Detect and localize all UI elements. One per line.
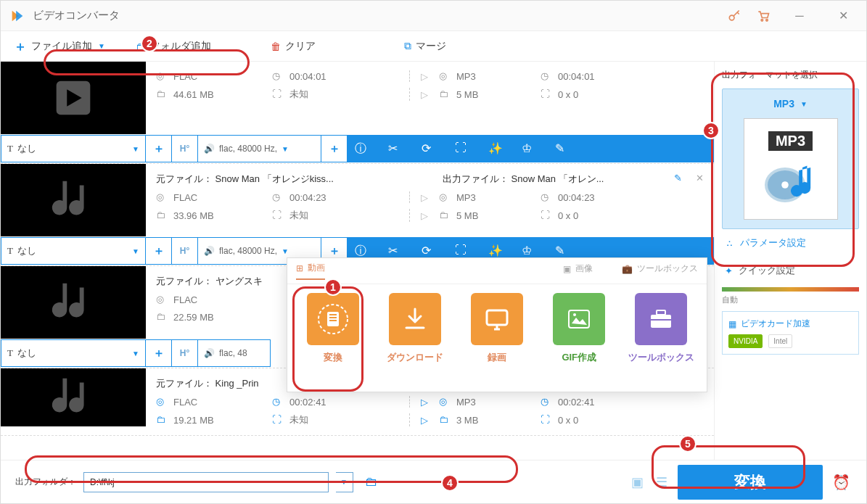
edit-icon[interactable]: ✎: [555, 141, 570, 156]
clock-icon: ◷: [541, 70, 552, 82]
out-filename: 出力ファイル： Snow Man 「オレン...: [443, 173, 646, 186]
thumbnail[interactable]: [1, 266, 146, 339]
remove-item-icon[interactable]: ✕: [682, 173, 704, 186]
subtitle-select[interactable]: Tなし▼: [1, 135, 146, 162]
info-icon[interactable]: ⓘ: [355, 141, 369, 156]
chevron-down-icon: ▼: [132, 145, 139, 153]
src-resolution: 未知: [289, 88, 308, 101]
add-subtitle-button[interactable]: ＋: [146, 237, 172, 265]
cut-icon[interactable]: ✂: [388, 141, 403, 156]
sliders-icon: ⛬: [725, 238, 734, 249]
quick-settings-link[interactable]: ✦ クイック設定: [722, 257, 859, 284]
src-codec: FLAC: [173, 397, 197, 408]
src-size: 44.61 MB: [173, 89, 214, 100]
close-button[interactable]: ✕: [829, 5, 858, 27]
subtitle-settings-button[interactable]: H°: [172, 339, 198, 367]
effects-icon[interactable]: ✨: [488, 141, 503, 156]
svg-point-2: [766, 19, 768, 21]
svg-point-0: [729, 15, 734, 20]
audio-track-select[interactable]: 🔊flac, 48: [198, 339, 271, 367]
popup-download-card[interactable]: ダウンロード: [378, 293, 451, 364]
subtitle-select[interactable]: Tなし▼: [1, 339, 146, 367]
popup-tab-toolbox[interactable]: 💼ツールボックス: [622, 263, 698, 279]
add-file-button[interactable]: ＋ ファイル追加 ▼: [9, 35, 110, 58]
side-panel: 出力フォーマットを選択 MP3▼ MP3 ⛬ パラメータ設定 ✦ クイック設定 …: [714, 62, 866, 460]
popup-tab-image[interactable]: ▣画像: [563, 263, 593, 279]
tab-label: 動画: [308, 262, 325, 274]
output-folder-dropdown[interactable]: ▼: [336, 472, 353, 492]
audio-label: flac, 48: [219, 348, 247, 358]
popup-tab-video[interactable]: ⊞動画: [296, 262, 325, 280]
cart-icon[interactable]: [756, 9, 771, 23]
list-item: ◎FLAC ◷00:04:01 ▷ ◎MP3 ◷00:04:01 🗀44.61 …: [1, 62, 714, 164]
chevron-down-icon[interactable]: ▼: [98, 42, 105, 50]
crop-icon[interactable]: ⛶: [455, 141, 469, 156]
watermark-icon[interactable]: ♔: [522, 141, 536, 156]
rotate-icon[interactable]: ⟳: [422, 244, 436, 258]
edit-icon[interactable]: ✎: [555, 244, 570, 258]
key-icon[interactable]: [727, 9, 741, 23]
dimensions-icon: ⛶: [272, 88, 284, 100]
minimize-button[interactable]: ─: [785, 5, 814, 27]
svg-rect-8: [329, 314, 337, 315]
subtitle-select[interactable]: Tなし▼: [1, 237, 146, 265]
out-resolution: 0 x 0: [558, 210, 578, 221]
svg-rect-9: [329, 317, 337, 318]
add-audio-button[interactable]: ＋: [321, 135, 348, 162]
cut-icon[interactable]: ✂: [388, 244, 403, 258]
svg-rect-10: [329, 320, 337, 321]
folder-icon: 🗀: [156, 210, 168, 221]
card-label: ツールボックス: [628, 351, 694, 364]
thumbnail[interactable]: [1, 368, 146, 426]
browse-folder-icon[interactable]: 🗀: [361, 474, 382, 489]
item-controls: Tなし▼ ＋ H° 🔊flac, 48000 Hz, ▼ ＋ ⓘ ✂ ⟳ ⛶ ✨…: [1, 134, 714, 163]
annotation-marker-2: 2: [141, 35, 158, 52]
dimensions-icon: ⛶: [541, 414, 552, 426]
rotate-icon[interactable]: ⟳: [422, 141, 436, 156]
record-icon: [471, 293, 523, 345]
merge-button[interactable]: ⧉ マージ: [400, 37, 451, 56]
edit-filename-icon[interactable]: ✎: [646, 173, 682, 186]
effects-icon[interactable]: ✨: [488, 244, 503, 258]
film-icon: ⊞: [296, 263, 303, 273]
format-selector[interactable]: MP3▼ MP3: [722, 88, 859, 229]
thumbnail[interactable]: [1, 164, 146, 236]
trash-icon: 🗑: [271, 41, 281, 52]
subtitle-settings-button[interactable]: H°: [172, 237, 198, 265]
info-icon[interactable]: ⓘ: [355, 244, 369, 258]
popup-convert-card[interactable]: 変換: [296, 293, 369, 364]
add-subtitle-button[interactable]: ＋: [146, 135, 172, 162]
crop-icon[interactable]: ⛶: [455, 244, 469, 258]
src-duration: 00:04:23: [289, 192, 326, 203]
convert-button[interactable]: 変換: [678, 465, 823, 500]
popup-record-card[interactable]: 録画: [460, 293, 533, 364]
card-label: 変換: [324, 351, 342, 364]
popup-gif-card[interactable]: GIF作成: [543, 293, 616, 364]
popup-toolbox-card[interactable]: ツールボックス: [625, 293, 698, 364]
toolbox-icon: [635, 293, 687, 345]
dimensions-icon: ⛶: [272, 210, 284, 221]
title-bar: ビデオコンバータ ─ ✕: [1, 1, 866, 31]
plus-icon: ✦: [725, 265, 733, 276]
schedule-icon[interactable]: ⏰: [830, 474, 852, 491]
subtitle-settings-button[interactable]: H°: [172, 135, 198, 162]
snapshot-icon[interactable]: ▣: [628, 474, 646, 490]
audio-track-select[interactable]: 🔊flac, 48000 Hz, ▼: [198, 135, 321, 162]
subtitle-label: なし: [17, 142, 132, 155]
src-filename: 元ファイル： Snow Man 「オレンジkiss...: [156, 173, 443, 186]
quality-slider[interactable]: [722, 287, 859, 292]
output-folder-input[interactable]: [83, 472, 329, 492]
src-duration: 00:04:01: [289, 71, 326, 82]
folder-icon: 🗀: [156, 88, 168, 100]
slider-label: 自動: [722, 294, 859, 305]
dimensions-icon: ⛶: [541, 210, 552, 221]
dimensions-icon: ⛶: [541, 88, 552, 100]
thumbnail[interactable]: [1, 62, 146, 134]
list-icon[interactable]: ☰: [653, 474, 670, 490]
watermark-icon[interactable]: ♔: [522, 244, 536, 258]
parameter-settings-link[interactable]: ⛬ パラメータ設定: [722, 229, 859, 257]
chip-icon: ▦: [728, 319, 736, 329]
annotation-marker-4: 4: [441, 474, 459, 492]
add-subtitle-button[interactable]: ＋: [146, 339, 172, 367]
clear-button[interactable]: 🗑 クリア: [266, 37, 320, 56]
